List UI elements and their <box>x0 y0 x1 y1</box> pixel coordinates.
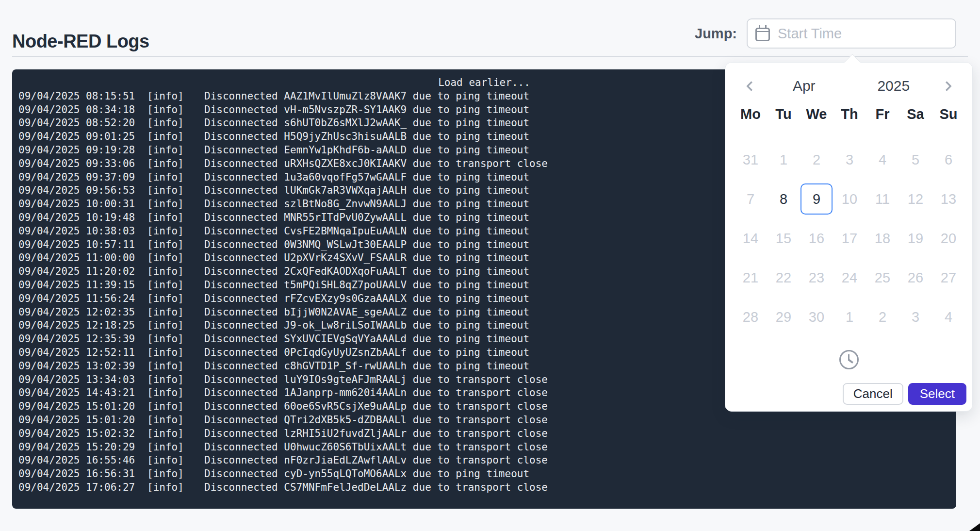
page-header: Node-RED Logs Jump: <box>12 0 968 57</box>
calendar-day: 4 <box>932 301 964 332</box>
log-msg: Disconnected lzRHI5iU2fuvdZljAALr due to… <box>204 427 548 441</box>
log-msg: Disconnected SYxUVCIEVgSqVYaAAALd due to… <box>204 332 529 346</box>
calendar-day: 31 <box>735 144 767 175</box>
log-msg: Disconnected 60oe6SvR5CsjXe9uAALp due to… <box>204 400 548 414</box>
calendar-day: 6 <box>932 144 964 175</box>
calendar-day: 28 <box>735 301 767 332</box>
calendar-day: 16 <box>800 223 833 254</box>
next-month-button[interactable] <box>938 76 958 96</box>
log-msg: Disconnected lUKmGk7aR3VWXqajAALH due to… <box>204 184 529 198</box>
log-lvl: [info] <box>147 386 204 400</box>
weekday-label: Su <box>932 106 965 124</box>
log-lvl: [info] <box>147 279 204 292</box>
log-lvl: [info] <box>147 414 204 427</box>
log-lvl: [info] <box>147 373 204 387</box>
log-msg: Disconnected c8hGVTD1P_Sf-rwUAALh due to… <box>204 360 529 373</box>
log-ts: 09/04/2025 08:15:51 <box>18 90 147 103</box>
log-lvl: [info] <box>147 225 204 238</box>
log-msg: Disconnected H5Q9jyZhUsc3hisuAALB due to… <box>204 130 529 144</box>
calendar-day: 3 <box>899 301 931 332</box>
log-lvl: [info] <box>147 467 204 481</box>
start-time-input[interactable] <box>778 26 947 42</box>
log-ts: 09/04/2025 15:20:29 <box>18 441 147 454</box>
log-ts: 09/04/2025 15:01:20 <box>18 414 147 427</box>
log-ts: 09/04/2025 12:52:11 <box>18 346 147 360</box>
log-lvl: [info] <box>147 346 204 360</box>
log-lvl: [info] <box>147 360 204 373</box>
select-button[interactable]: Select <box>908 383 966 405</box>
log-msg: Disconnected MNR55rITdPvU0ZywAALL due to… <box>204 211 529 225</box>
log-lvl: [info] <box>147 171 204 184</box>
log-lvl: [info] <box>147 184 204 198</box>
log-ts: 09/04/2025 11:56:24 <box>18 292 147 306</box>
weekday-label: Th <box>833 106 866 124</box>
calendar-day: 24 <box>833 262 866 293</box>
log-ts: 09/04/2025 11:39:15 <box>18 279 147 292</box>
calendar-day: 30 <box>800 301 833 332</box>
log-msg: Disconnected QTri2dXB5k5-dZDBAALl due to… <box>204 414 548 427</box>
log-msg: Disconnected 2CxQFedKAODXqoFuAALT due to… <box>204 265 529 279</box>
weekday-label: Fr <box>866 106 899 124</box>
calendar-day: 23 <box>800 262 833 293</box>
calendar-day: 2 <box>866 301 898 332</box>
log-lvl: [info] <box>147 211 204 225</box>
log-msg: Disconnected J9-ok_Lw8riLSoIWAALb due to… <box>204 319 529 332</box>
log-ts: 09/04/2025 10:38:03 <box>18 225 147 238</box>
log-lvl: [info] <box>147 427 204 441</box>
log-ts: 09/04/2025 16:56:31 <box>18 467 147 481</box>
log-lvl: [info] <box>147 251 204 265</box>
calendar-day: 17 <box>833 223 866 254</box>
log-ts: 09/04/2025 13:34:03 <box>18 373 147 387</box>
log-ts: 09/04/2025 15:01:20 <box>18 400 147 414</box>
log-ts: 09/04/2025 08:52:20 <box>18 116 147 130</box>
cancel-button[interactable]: Cancel <box>843 383 903 405</box>
log-msg: Disconnected CvsFE2BMNqaIpuEuAALN due to… <box>204 225 529 238</box>
calendar-day: 7 <box>735 183 767 215</box>
log-msg: Disconnected 0PcIqdGyUyUZsnZbAALf due to… <box>204 346 529 360</box>
log-ts: 09/04/2025 11:20:02 <box>18 265 147 279</box>
log-lvl: [info] <box>147 144 204 157</box>
calendar-day: 5 <box>899 144 931 175</box>
calendar-day: 19 <box>899 223 931 254</box>
jump-label: Jump: <box>695 26 737 42</box>
log-ts: 09/04/2025 15:02:32 <box>18 427 147 441</box>
start-time-input-wrapper[interactable] <box>747 18 956 49</box>
calendar-day: 21 <box>735 262 767 293</box>
calendar-grid: 3112345678910111213141516171819202122232… <box>734 144 964 332</box>
log-msg: Disconnected EemnYw1pKhdF6b-aAALD due to… <box>204 144 529 157</box>
calendar-day[interactable]: 8 <box>768 183 800 215</box>
log-msg: Disconnected CS7MNFmFelJedDeLAALz due to… <box>204 481 548 495</box>
log-lvl: [info] <box>147 332 204 346</box>
log-ts: 09/04/2025 10:00:31 <box>18 198 147 211</box>
log-entry: 09/04/2025 16:55:46[info]Disconnected nF… <box>18 454 956 467</box>
log-ts: 09/04/2025 11:00:00 <box>18 251 147 265</box>
calendar-icon-detail <box>757 31 768 33</box>
log-ts: 09/04/2025 14:43:21 <box>18 386 147 400</box>
log-lvl: [info] <box>147 319 204 332</box>
log-lvl: [info] <box>147 454 204 467</box>
calendar-month-label: Apr <box>759 78 849 94</box>
log-entry: 09/04/2025 15:02:32[info]Disconnected lz… <box>18 427 956 441</box>
calendar-day: 4 <box>866 144 898 175</box>
log-msg: Disconnected luY9IOs9gteAFJmRAALj due to… <box>204 373 548 387</box>
clock-icon[interactable] <box>839 350 859 369</box>
weekday-label: Tu <box>767 106 800 124</box>
log-lvl: [info] <box>147 130 204 144</box>
log-msg: Disconnected nF0zrJiaEdLZAwflAALv due to… <box>204 454 548 467</box>
calendar-day[interactable]: 9 <box>800 183 833 215</box>
log-lvl: [info] <box>147 481 204 495</box>
calendar-day: 1 <box>768 144 800 175</box>
log-ts: 09/04/2025 12:18:25 <box>18 319 147 332</box>
log-msg: Disconnected uRXHsQZXE8xcJ0KIAAKV due to… <box>204 157 548 171</box>
prev-month-button[interactable] <box>740 76 759 96</box>
log-lvl: [info] <box>147 400 204 414</box>
weekday-row: MoTuWeThFrSaSu <box>734 106 964 124</box>
log-msg: Disconnected U0hwucZ60S6TbUixAALt due to… <box>204 441 548 454</box>
calendar-day: 27 <box>932 262 964 293</box>
log-lvl: [info] <box>147 238 204 252</box>
log-lvl: [info] <box>147 103 204 117</box>
log-msg: Disconnected szlBtNo8G_ZnvwN9AALJ due to… <box>204 198 529 211</box>
calendar-icon-detail <box>759 25 760 29</box>
calendar-day: 12 <box>899 183 931 215</box>
calendar-day: 20 <box>932 223 964 254</box>
